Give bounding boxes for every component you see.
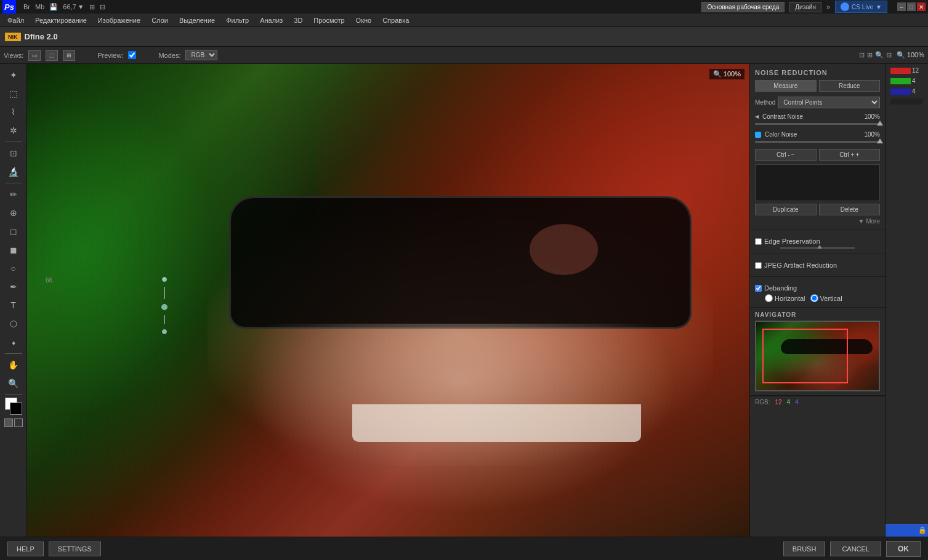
ps-logo: Ps <box>2 0 16 14</box>
lasso-tool[interactable]: ⌇ <box>5 103 22 121</box>
menu-filter[interactable]: Фильтр <box>221 15 254 25</box>
brush-tool[interactable]: ✏ <box>5 186 22 203</box>
magic-wand-tool[interactable]: ✲ <box>5 122 22 139</box>
gradient-tool[interactable]: ◼ <box>5 241 22 258</box>
ctrl-plus-btn[interactable]: Ctrl + + <box>819 149 881 161</box>
workspace-arrow[interactable]: » <box>826 3 830 10</box>
menu-image[interactable]: Изображение <box>93 15 145 25</box>
menu-edit[interactable]: Редактирование <box>30 15 92 25</box>
workspace-design-btn[interactable]: Дизайн <box>789 2 821 12</box>
red-value: 12 <box>775 399 781 406</box>
reduce-btn[interactable]: Reduce <box>819 80 881 92</box>
menu-3d[interactable]: 3D <box>289 15 307 25</box>
plus-icon: + <box>855 151 859 158</box>
nav-viewport-rect[interactable] <box>762 329 848 383</box>
path-tool[interactable]: ⬡ <box>5 315 22 332</box>
color-noise-pct: 100% <box>861 131 880 138</box>
tool-divider-3 <box>5 353 22 354</box>
menu-analyze[interactable]: Анализ <box>255 15 288 25</box>
color-noise-slider[interactable] <box>755 139 880 145</box>
edge-slider-handle[interactable] <box>817 245 822 249</box>
color-swatches[interactable] <box>5 398 22 415</box>
debanding-checkbox[interactable] <box>755 285 762 292</box>
horizontal-option[interactable]: Horizontal <box>765 294 805 302</box>
dodge-tool[interactable]: ○ <box>5 260 22 277</box>
view-quad-btn[interactable]: ⊞ <box>63 50 75 61</box>
workspace-main-btn[interactable]: Основная рабочая среда <box>701 2 785 12</box>
eraser-tool[interactable]: ◻ <box>5 223 22 240</box>
layout-icon[interactable]: ⊞ <box>89 3 95 11</box>
zoom-in-icon[interactable]: 🔍 <box>875 51 884 59</box>
zoom-indicator: 🔍 100% <box>709 69 744 79</box>
settings-btn[interactable]: SETTINGS <box>49 542 101 556</box>
minimize-btn[interactable]: – <box>897 2 906 11</box>
delete-btn[interactable]: Delete <box>819 204 881 215</box>
options-icon[interactable]: ⊟ <box>100 3 105 11</box>
standard-mode-icon[interactable] <box>14 418 23 427</box>
menu-view[interactable]: Просмотр <box>309 15 349 25</box>
earring-gem-1 <box>162 277 167 282</box>
modes-select[interactable]: RGB <box>185 50 217 60</box>
jpeg-checkbox[interactable] <box>755 262 762 269</box>
help-btn[interactable]: HELP <box>7 542 44 556</box>
menu-file[interactable]: Файл <box>2 15 29 25</box>
clone-tool[interactable]: ⊕ <box>5 204 22 222</box>
cancel-btn[interactable]: CANCEL <box>830 542 881 556</box>
zoom-icon: 🔍 <box>713 70 722 78</box>
bridge-icon[interactable]: Br <box>23 3 30 10</box>
zoom-tool[interactable]: 🔍 <box>5 375 22 392</box>
eyedropper-tool[interactable]: 🔬 <box>5 163 22 180</box>
zoom-nav-icon[interactable]: ⊟ <box>886 51 892 59</box>
view-split-btn[interactable]: ⬚ <box>46 50 58 61</box>
contrast-noise-row: ◀ Contrast Noise 100% <box>755 113 880 120</box>
quick-mask-icon[interactable] <box>4 418 13 427</box>
select-rect-tool[interactable]: ⬚ <box>5 85 22 102</box>
edge-checkbox[interactable] <box>755 238 762 245</box>
save-icon[interactable]: 💾 <box>49 3 58 11</box>
ctrl-label: Ctrl - <box>777 151 790 158</box>
menu-window[interactable]: Окно <box>351 15 377 25</box>
contrast-noise-slider[interactable] <box>755 121 880 127</box>
close-btn[interactable]: ✕ <box>917 2 926 11</box>
measure-btn[interactable]: Measure <box>755 80 817 92</box>
maximize-btn[interactable]: □ <box>907 2 916 11</box>
workspace-area: Основная рабочая среда Дизайн » CS Live … <box>701 1 926 13</box>
vertical-option[interactable]: Vertical <box>810 294 842 302</box>
zoom-percent: 🔍 100% <box>897 51 924 59</box>
control-point-preview <box>755 164 880 201</box>
menu-help[interactable]: Справка <box>377 15 414 25</box>
contrast-slider-handle[interactable] <box>877 121 883 126</box>
plugin-title: Dfine 2.0 <box>25 32 58 41</box>
minibridge-icon[interactable]: Mb <box>35 3 44 10</box>
more-btn[interactable]: ▼ More <box>755 218 880 225</box>
horizontal-radio[interactable] <box>765 294 773 302</box>
color-slider-handle[interactable] <box>877 138 883 143</box>
color-values-label: RGB: <box>755 399 770 406</box>
type-tool[interactable]: T <box>5 297 22 314</box>
edge-row: Edge Preservation <box>755 238 880 245</box>
zoom-actual-icon[interactable]: ⊞ <box>867 51 873 59</box>
view-single-btn[interactable]: ▭ <box>28 50 41 61</box>
menu-layers[interactable]: Слои <box>147 15 173 25</box>
ok-btn[interactable]: OK <box>886 541 921 557</box>
pen-tool[interactable]: ✒ <box>5 278 22 295</box>
vertical-radio[interactable] <box>810 294 818 302</box>
brush-btn[interactable]: BRUSH <box>783 542 826 556</box>
zoom-fit-icon[interactable]: ⊡ <box>859 51 865 59</box>
ctrl-plus-label: Ctrl + <box>839 151 854 158</box>
shape-tool[interactable]: ⬧ <box>5 334 22 351</box>
menu-select[interactable]: Выделение <box>174 15 220 25</box>
duplicate-btn[interactable]: Duplicate <box>755 204 817 215</box>
radio-row: Horizontal Vertical <box>765 294 880 302</box>
crop-tool[interactable]: ⊡ <box>5 145 22 162</box>
hand-tool[interactable]: ✋ <box>5 356 22 374</box>
move-tool[interactable]: ✦ <box>5 66 22 84</box>
lock-icon[interactable]: 🔒 <box>918 526 927 534</box>
method-select[interactable]: Control Points <box>778 97 880 108</box>
debanding-row: Debanding <box>755 284 880 292</box>
ctrl-minus-btn[interactable]: Ctrl - − <box>755 149 817 161</box>
background-color[interactable] <box>10 402 22 415</box>
tool-divider-1 <box>5 142 22 142</box>
preview-checkbox[interactable] <box>128 51 136 59</box>
cs-live-btn[interactable]: CS Live ▼ <box>835 1 887 13</box>
